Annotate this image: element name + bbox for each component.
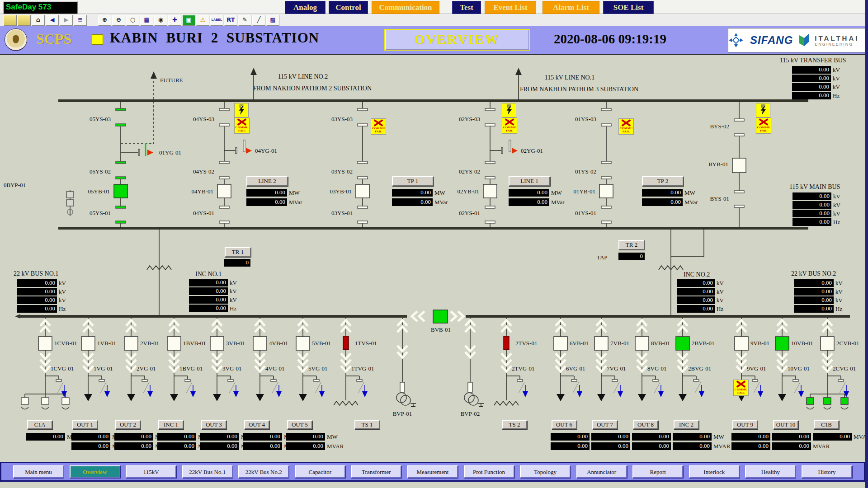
switch-1TVS-01[interactable] <box>343 336 349 350</box>
breaker-6VB-01[interactable] <box>554 337 567 350</box>
nav-22kv-bus-no-1[interactable]: 22kV Bus No.1 <box>182 465 233 478</box>
panel-button-out1[interactable]: OUT 1 <box>72 420 98 429</box>
bus22-1-panel-row0-unit: kV <box>59 280 66 287</box>
breaker-05YB-01[interactable] <box>114 184 127 198</box>
select-mode-icon[interactable]: ▣ <box>182 15 195 26</box>
screen-icon[interactable]: ▦ <box>140 15 153 26</box>
breaker-02YB-01[interactable] <box>483 184 497 198</box>
search-icon[interactable]: ◉ <box>154 15 167 26</box>
event-list-button[interactable]: Event List <box>485 1 536 14</box>
panel-button-out6[interactable]: OUT 6 <box>552 420 577 429</box>
nav-prot-function[interactable]: Prot Function <box>464 465 514 478</box>
panel-button-out8[interactable]: OUT 8 <box>633 420 658 429</box>
breaker-7VB-01[interactable] <box>594 337 608 350</box>
breaker-8VB-01[interactable] <box>635 337 649 350</box>
nav-transformer[interactable]: Transformer <box>351 465 401 478</box>
breaker-3VB-01[interactable] <box>210 337 224 350</box>
open-file-icon[interactable] <box>4 15 17 26</box>
nav-history[interactable]: History <box>802 465 852 478</box>
forward-icon[interactable]: ▶ <box>60 15 73 26</box>
panel-button-c1b[interactable]: C1B <box>814 420 839 429</box>
nav-22kv-bus-no-2[interactable]: 22kV Bus No.2 <box>238 465 289 478</box>
open-folder-icon[interactable] <box>18 15 31 26</box>
nav-measurement[interactable]: Measurement <box>407 465 458 478</box>
zoom-in-icon[interactable]: ⊕ <box>98 15 111 26</box>
zoom-reset-icon[interactable]: ○ <box>126 15 139 26</box>
panel-button-out9[interactable]: OUT 9 <box>732 420 758 429</box>
realtime-icon[interactable]: RT <box>224 15 237 26</box>
communication-button[interactable]: Communication <box>372 1 439 14</box>
panel-13-row1-value: 0.00 <box>731 442 770 450</box>
panel-button-out5[interactable]: OUT 5 <box>287 420 312 429</box>
switch-2TVS-01[interactable] <box>504 336 509 350</box>
nav-overview[interactable]: Overview <box>70 465 120 478</box>
list-icon[interactable]: ≡ <box>74 15 87 26</box>
panel-button-out7[interactable]: OUT 7 <box>592 420 618 429</box>
substation-title: KABIN BURI 2 SUBSTATION <box>110 30 319 46</box>
panel-button-out2[interactable]: OUT 2 <box>115 420 141 429</box>
test-button[interactable]: Test <box>452 1 481 14</box>
nav-115kv[interactable]: 115kV <box>126 465 176 478</box>
breaker-1CVB-01[interactable] <box>38 337 52 350</box>
measure-icon[interactable]: ╱ <box>252 15 265 26</box>
line1-panel-button[interactable]: LINE 1 <box>509 176 550 186</box>
line2-panel-button[interactable]: LINE 2 <box>246 176 288 186</box>
nav-healthy[interactable]: Healthy <box>745 465 796 478</box>
alarm-list-button[interactable]: Alarm List <box>542 1 599 14</box>
breaker-1BVB-01[interactable] <box>167 337 181 350</box>
breaker-1VB-01[interactable] <box>81 337 95 350</box>
alarm-ack-icon[interactable]: ⚠ <box>196 15 209 26</box>
analog-button[interactable]: Analog <box>285 1 326 14</box>
panel-button-inc2[interactable]: INC 2 <box>674 420 699 429</box>
panel-button-out4[interactable]: OUT 4 <box>244 420 269 429</box>
tp1-panel-mvar-unit: MVar <box>434 199 448 206</box>
line2-panel-mw-unit: MW <box>289 189 300 197</box>
breaker-01YB-01[interactable] <box>599 184 613 198</box>
home-icon[interactable]: ⌂ <box>32 15 45 26</box>
grid-icon[interactable]: ▩ <box>266 15 279 26</box>
breaker-04YB-01[interactable] <box>217 184 231 198</box>
edit-icon[interactable]: ✎ <box>238 15 251 26</box>
breaker-5VB-01[interactable] <box>296 337 310 350</box>
nav-capacitor[interactable]: Capacitor <box>295 465 345 478</box>
breaker-10VB-01[interactable] <box>775 337 789 350</box>
breaker-03YB-01[interactable] <box>356 184 369 198</box>
tr1-button[interactable]: TR 1 <box>225 247 251 257</box>
breaker-BYB-01[interactable] <box>732 158 746 173</box>
breaker-9VB-01[interactable] <box>735 337 748 350</box>
feeder-earth-label: 7VG-01 <box>607 365 626 372</box>
inc1-panel-row2-value: 0.00 <box>189 296 228 304</box>
nav-topology[interactable]: Topology <box>520 465 571 478</box>
breaker-2VB-01[interactable] <box>124 337 138 350</box>
label-icon[interactable]: LABEL <box>210 15 223 26</box>
panel-button-c1a[interactable]: C1A <box>27 420 52 429</box>
pan-icon[interactable]: ✚ <box>168 15 181 26</box>
back-icon[interactable]: ◀ <box>46 15 59 26</box>
bay-yg-label: 04YG-01 <box>255 147 277 155</box>
panel-12-row1-text: 0.00 <box>699 442 710 449</box>
control-button[interactable]: Control <box>329 1 368 14</box>
panel-button-ts2[interactable]: TS 2 <box>502 420 527 429</box>
tr2-button[interactable]: TR 2 <box>618 240 645 250</box>
breaker-4VB-01[interactable] <box>253 337 267 350</box>
breaker-2CVB-01[interactable] <box>821 337 834 350</box>
panel-button-out10[interactable]: OUT 10 <box>773 420 798 429</box>
nav-interlock[interactable]: Interlock <box>689 465 740 478</box>
tp1-panel-button[interactable]: TP 1 <box>392 176 434 186</box>
panel-button-out3[interactable]: OUT 3 <box>201 420 226 429</box>
nav-report[interactable]: Report <box>632 465 683 478</box>
zoom-out-icon[interactable]: ⊖ <box>112 15 125 26</box>
breaker-2BVB-01[interactable] <box>676 337 689 350</box>
earth-arrow-icon <box>190 391 196 397</box>
soe-list-button[interactable]: SOE List <box>603 1 654 14</box>
tp2-panel-button[interactable]: TP 2 <box>642 176 684 186</box>
header: SCPS KABIN BURI 2 SUBSTATION OVERVIEW 20… <box>0 26 868 55</box>
breaker-BVB-01[interactable] <box>433 310 448 323</box>
bvp-label: BVP-02 <box>456 410 485 418</box>
nav-annunciator[interactable]: Annunciator <box>576 465 627 478</box>
overview-page-button[interactable]: OVERVIEW <box>384 29 530 51</box>
nav-main-menu[interactable]: Main menu <box>13 465 64 478</box>
bay-ys3-label: 04YS-03 <box>174 116 214 123</box>
panel-button-inc1[interactable]: INC 1 <box>158 420 184 429</box>
panel-button-ts1[interactable]: TS 1 <box>354 420 380 429</box>
